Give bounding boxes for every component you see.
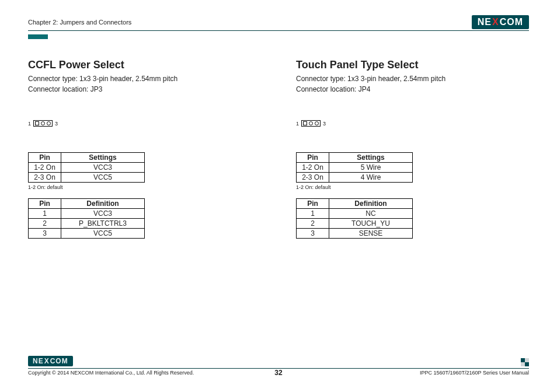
table-row: 1-2 On 5 Wire [297, 163, 413, 173]
pin-2-circle-icon [309, 121, 313, 125]
th-pin: Pin [29, 199, 61, 209]
table-row: 3 SENSE [297, 229, 413, 239]
pin-header-icon [301, 120, 321, 127]
touch-settings-table: Pin Settings 1-2 On 5 Wire 2-3 On 4 Wire [296, 152, 413, 183]
th-pin: Pin [29, 153, 61, 163]
section-touch: Touch Panel Type Select Connector type: … [296, 59, 529, 239]
touch-definition-table: Pin Definition 1 NC 2 TOUCH_YU 3 SENSE [296, 198, 413, 239]
footer-rule: Copyright © 2014 NEXCOM International Co… [28, 368, 529, 376]
table-header-row: Pin Settings [29, 153, 145, 163]
diag-label-1: 1 [296, 121, 299, 127]
table-row: 1-2 On VCC3 [29, 163, 145, 173]
brand-logo-bottom: NEXCOM [28, 356, 73, 366]
touch-settings-note: 1-2 On: default [296, 184, 529, 190]
table-row: 1 NC [297, 209, 413, 219]
touch-title: Touch Panel Type Select [296, 59, 529, 71]
ccfl-conn-loc: Connector location: JP3 [28, 84, 261, 94]
diag-label-3: 3 [55, 121, 58, 127]
pin-2-circle-icon [41, 121, 45, 125]
diag-label-3: 3 [323, 121, 326, 127]
section-ccfl: CCFL Power Select Connector type: 1x3 3-… [28, 59, 261, 239]
copyright-text: Copyright © 2014 NEXCOM International Co… [28, 370, 194, 376]
ccfl-settings-table: Pin Settings 1-2 On VCC3 2-3 On VCC5 [28, 152, 145, 183]
table-row: 1 VCC3 [29, 209, 145, 219]
main-content: CCFL Power Select Connector type: 1x3 3-… [28, 59, 529, 239]
accent-bar [28, 34, 48, 39]
table-row: 3 VCC5 [29, 229, 145, 239]
ccfl-pin-diagram: 1 3 [28, 120, 261, 127]
touch-conn-type: Connector type: 1x3 3-pin header, 2.54mm… [296, 74, 529, 84]
table-row: 2 P_BKLTCTRL3 [29, 219, 145, 229]
th-pin: Pin [297, 199, 329, 209]
pin-3-circle-icon [315, 121, 319, 125]
pin-1-square-icon [303, 121, 307, 125]
th-pin: Pin [297, 153, 329, 163]
manual-name: IPPC 1560T/1960T/2160P Series User Manua… [420, 370, 529, 376]
th-settings: Settings [329, 153, 413, 163]
footer: NEXCOM Copyright © 2014 NEXCOM Internati… [28, 355, 529, 376]
th-settings: Settings [61, 153, 145, 163]
page-number: 32 [274, 369, 282, 377]
table-header-row: Pin Definition [29, 199, 145, 209]
pin-1-square-icon [35, 121, 39, 125]
header-bar: Chapter 2: Jumpers and Connectors NEXCOM [28, 15, 529, 31]
ccfl-settings-note: 1-2 On: default [28, 184, 261, 190]
ccfl-conn-type: Connector type: 1x3 3-pin header, 2.54mm… [28, 74, 261, 84]
pin-3-circle-icon [47, 121, 51, 125]
th-definition: Definition [61, 199, 145, 209]
diag-label-1: 1 [28, 121, 31, 127]
brand-logo-top: NEXCOM [472, 15, 529, 29]
touch-conn-loc: Connector location: JP4 [296, 84, 529, 94]
table-header-row: Pin Settings [297, 153, 413, 163]
table-row: 2-3 On 4 Wire [297, 173, 413, 183]
ccfl-title: CCFL Power Select [28, 59, 261, 71]
table-header-row: Pin Definition [297, 199, 413, 209]
touch-pin-diagram: 1 3 [296, 120, 529, 127]
table-row: 2-3 On VCC5 [29, 173, 145, 183]
pin-header-icon [33, 120, 53, 127]
table-row: 2 TOUCH_YU [297, 219, 413, 229]
chapter-title: Chapter 2: Jumpers and Connectors [28, 19, 131, 26]
ccfl-definition-table: Pin Definition 1 VCC3 2 P_BKLTCTRL3 3 VC… [28, 198, 145, 239]
th-definition: Definition [329, 199, 413, 209]
